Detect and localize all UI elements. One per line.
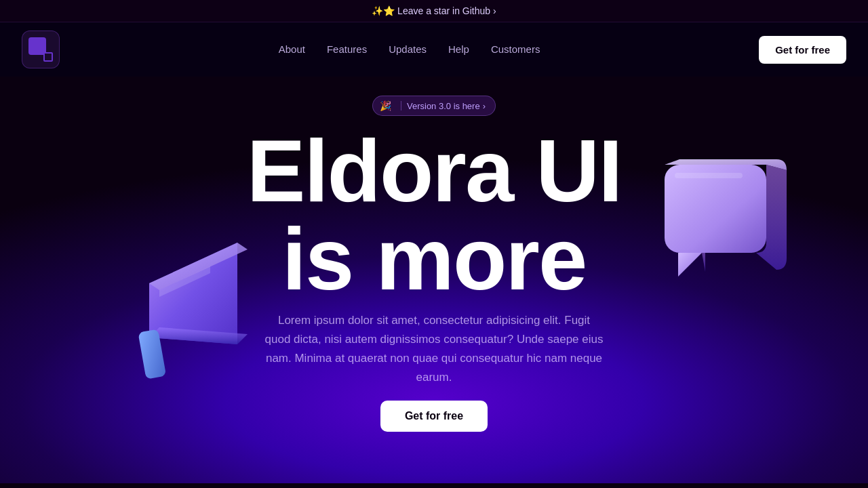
logo-square-2 <box>43 52 53 62</box>
nav-item-about: About <box>279 43 305 56</box>
hero-description: Lorem ipsum dolor sit amet, consectetur … <box>264 311 604 387</box>
nav-item-updates: Updates <box>389 43 427 56</box>
svg-marker-6 <box>678 253 702 277</box>
announcement-bar: ✨⭐ Leave a star in Github › <box>0 0 868 22</box>
announcement-chevron: › <box>493 5 496 16</box>
deco-chat-bubble <box>651 158 787 293</box>
version-link[interactable]: Version 3.0 is here › <box>407 101 486 111</box>
version-badge: 🎉 Version 3.0 is here › <box>372 96 496 116</box>
logo[interactable] <box>22 30 60 68</box>
navbar-cta-button[interactable]: Get for free <box>759 36 846 64</box>
chat-bubble-svg <box>651 158 787 293</box>
party-icon: 🎉 <box>380 100 391 111</box>
svg-rect-8 <box>675 173 743 178</box>
nav-links: About Features Updates Help Customers <box>279 43 540 56</box>
deco-megaphone <box>122 226 258 388</box>
nav-link-about[interactable]: About <box>279 43 305 55</box>
badge-divider <box>401 101 401 110</box>
hero-cta-button[interactable]: Get for free <box>380 401 488 432</box>
version-chevron: › <box>483 101 486 111</box>
nav-item-customers: Customers <box>491 43 540 56</box>
svg-marker-7 <box>702 253 705 272</box>
logo-inner <box>28 37 53 62</box>
hero-title-line2: is more <box>247 215 622 303</box>
nav-link-updates[interactable]: Updates <box>389 43 427 55</box>
hero-section: 🎉 Version 3.0 is here › <box>0 77 868 483</box>
nav-link-features[interactable]: Features <box>327 43 367 55</box>
nav-link-customers[interactable]: Customers <box>491 43 540 55</box>
nav-item-features: Features <box>327 43 367 56</box>
hero-title: Eldora UI is more <box>247 127 622 303</box>
announcement-text: ✨⭐ Leave a star in Github <box>372 5 490 16</box>
hero-title-line1: Eldora UI <box>247 127 622 215</box>
version-text: Version 3.0 is here <box>407 101 480 111</box>
megaphone-svg <box>122 226 258 388</box>
announcement-link[interactable]: ✨⭐ Leave a star in Github › <box>372 5 496 16</box>
navbar: About Features Updates Help Customers Ge… <box>0 22 868 77</box>
nav-link-help[interactable]: Help <box>448 43 469 55</box>
nav-item-help: Help <box>448 43 469 56</box>
